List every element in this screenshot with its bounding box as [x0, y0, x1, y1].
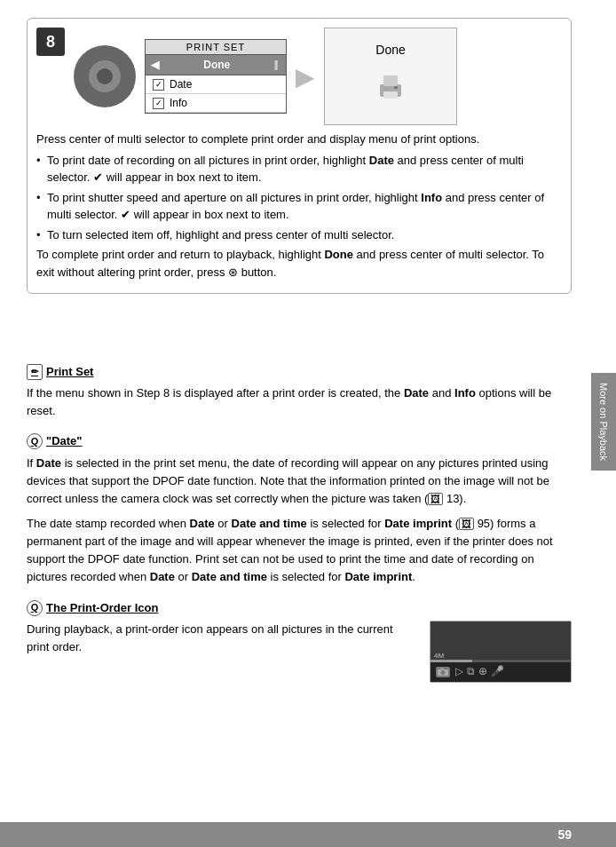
cam-icons: ▷ ⧉ ⊕ 🎤	[455, 663, 504, 680]
instruction-box: 8 PRINT SET ◀ Done	[27, 18, 572, 294]
printer-icon	[373, 68, 408, 110]
bottom-bar: 59	[0, 822, 616, 847]
print-order-p: During playback, a print-order icon appe…	[27, 621, 417, 656]
instruction-item-2: To print shutter speed and aperture on a…	[36, 189, 562, 224]
print-set-menu: PRINT SET ◀ Done ▌ ✓ Date ✓ Info	[145, 39, 287, 114]
instruction-list: To print date of recording on all pictur…	[36, 152, 562, 244]
spacer	[27, 310, 572, 363]
sidebar-label: More on Playback	[591, 373, 616, 471]
camera-preview-inner: ▷ ⧉ ⊕ 🎤	[430, 662, 571, 682]
memory-bar-bg	[430, 660, 571, 662]
print-set-done-row: ◀ Done ▌	[146, 55, 286, 75]
done-left-arrow: ◀	[151, 59, 159, 71]
q-icon-date: Q	[27, 433, 43, 449]
cam-icon-3: ⊕	[478, 663, 487, 680]
instruction-top: 8 PRINT SET ◀ Done	[36, 28, 562, 125]
cam-icon-2: ⧉	[467, 663, 475, 680]
camera-small-icon	[436, 667, 450, 677]
print-set-text: If the menu shown in Step 8 is displayed…	[27, 384, 572, 420]
done-result-text: Done	[375, 43, 405, 57]
svg-rect-2	[383, 91, 398, 99]
done-label: Done	[203, 59, 230, 71]
info-label: Info	[170, 97, 187, 109]
print-set-container: PRINT SET ◀ Done ▌ ✓ Date ✓ Info	[74, 28, 562, 125]
instruction-item-3: To turn selected item off, highlight and…	[36, 226, 562, 244]
instruction-text: Press center of multi selector to comple…	[36, 131, 562, 284]
svg-rect-1	[383, 75, 398, 86]
print-set-item-info: ✓ Info	[146, 94, 286, 113]
cam-icon-4: 🎤	[491, 663, 504, 680]
date-text-1: If Date is selected in the print set men…	[27, 455, 572, 508]
section-print-order-icon: Q The Print-Order Icon During playback, …	[27, 599, 572, 683]
date-section-label: "Date"	[46, 432, 83, 450]
section-print-set: ✏ Print Set If the menu shown in Step 8 …	[27, 363, 572, 420]
section-date: Q "Date" If Date is selected in the prin…	[27, 432, 572, 586]
checkbox-info: ✓	[153, 98, 164, 109]
step-badge: 8	[36, 28, 65, 56]
section-title-print-order: Q The Print-Order Icon	[27, 599, 572, 617]
selector-center	[97, 68, 113, 84]
svg-point-5	[441, 670, 446, 675]
print-set-section-label: Print Set	[46, 363, 93, 381]
q-icon-print-order: Q	[27, 600, 43, 616]
svg-rect-3	[394, 86, 398, 89]
camera-preview-main	[430, 621, 571, 662]
print-order-section-label: The Print-Order Icon	[46, 599, 158, 617]
checkbox-date: ✓	[153, 79, 164, 91]
svg-rect-6	[440, 668, 444, 669]
instruction-line-2: To complete print order and return to pl…	[36, 246, 562, 281]
cam-memory-label: 4M	[434, 651, 444, 661]
section-title-date: Q "Date"	[27, 432, 572, 450]
cam-icon-1: ▷	[455, 663, 463, 680]
print-order-section-body: During playback, a print-order icon appe…	[27, 621, 572, 683]
multi-selector	[74, 45, 136, 107]
date-text-2: The date stamp recorded when Date or Dat…	[27, 515, 572, 587]
instruction-item-1: To print date of recording on all pictur…	[36, 152, 562, 186]
instruction-line-1: Press center of multi selector to comple…	[36, 131, 562, 148]
arrow-icon: ▶	[296, 62, 315, 91]
date-label: Date	[170, 78, 192, 91]
print-order-text: During playback, a print-order icon appe…	[27, 621, 417, 656]
page-number: 59	[557, 827, 572, 842]
section-title-print-set: ✏ Print Set	[27, 363, 572, 381]
page-content: 8 PRINT SET ◀ Done	[0, 0, 616, 713]
done-right-arrow: ▌	[275, 60, 280, 69]
print-set-title: PRINT SET	[146, 40, 286, 55]
print-set-item-date: ✓ Date	[146, 75, 286, 94]
camera-preview: ▷ ⧉ ⊕ 🎤 4M	[430, 621, 572, 683]
pencil-icon: ✏	[27, 364, 43, 380]
done-result-box: Done	[324, 28, 457, 125]
selector-inner	[89, 60, 121, 92]
selector-circle	[74, 45, 136, 107]
